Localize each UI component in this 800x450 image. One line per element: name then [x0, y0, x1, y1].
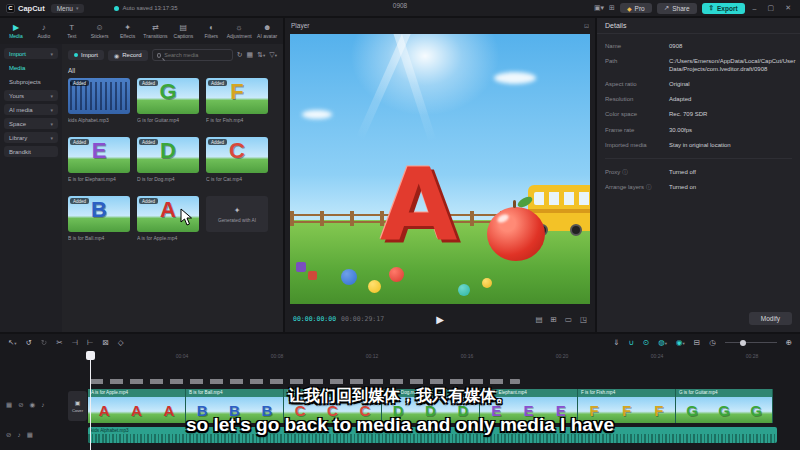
grid-view-icon[interactable]: ▦	[247, 51, 254, 59]
audio-waveform-toggle[interactable]: ◉▾	[676, 338, 685, 347]
import-button[interactable]: Import	[68, 50, 104, 60]
delete-left-icon[interactable]: ⊣	[71, 338, 78, 347]
tab-media[interactable]: ▶Media	[2, 23, 30, 39]
preview-axis-toggle[interactable]: ◍▾	[658, 338, 667, 347]
media-item-f[interactable]: AddedF F is for Fish.mp4	[206, 78, 268, 123]
sort-icon[interactable]: ⇅▾	[257, 51, 265, 59]
search-input[interactable]	[164, 52, 227, 58]
chevron-down-icon: ▾	[50, 107, 53, 113]
video-thumbnail[interactable]: AddedF	[206, 78, 268, 114]
pro-button[interactable]: ◆ Pro	[620, 3, 652, 13]
zoom-fit-icon[interactable]: ◷	[709, 338, 716, 347]
added-badge: Added	[208, 139, 227, 145]
tab-transitions[interactable]: ⇄Transitions	[142, 23, 170, 39]
tab-stickers[interactable]: ☺Stickers	[86, 23, 114, 39]
select-tool-icon[interactable]: ↖▾	[8, 338, 17, 347]
section-all-label: All	[68, 67, 277, 74]
redo-icon[interactable]: ↻	[41, 338, 47, 347]
split-icon[interactable]: ✂	[56, 338, 62, 347]
tab-filters[interactable]: ◐Filters	[197, 23, 225, 39]
added-badge: Added	[70, 80, 89, 86]
media-item-e[interactable]: AddedE E is for Elephant.mp4	[68, 137, 130, 182]
media-item-b[interactable]: AddedB B is for Ball.mp4	[68, 196, 130, 241]
timeline-ruler[interactable]: 00:04 00:08 00:12 00:16 00:20 00:24 00:2…	[0, 351, 800, 363]
video-thumbnail[interactable]: AddedG	[137, 78, 199, 114]
share-button[interactable]: ↗ Share	[657, 3, 697, 14]
toy-block	[308, 271, 317, 280]
play-button[interactable]: ▶	[436, 314, 444, 325]
menu-button[interactable]: Menu ▾	[51, 4, 85, 13]
playhead-handle[interactable]	[86, 351, 95, 360]
maximize-button[interactable]: ▢	[765, 4, 778, 12]
sidebar-item-space[interactable]: Space▾	[4, 118, 58, 129]
minimize-button[interactable]: –	[750, 5, 760, 12]
sidebar-item-ai-media[interactable]: AI media▾	[4, 104, 58, 115]
filter-icon[interactable]: ▽▾	[269, 51, 277, 59]
app-logo-label: CapCut	[18, 4, 45, 13]
player-title: Player	[291, 22, 309, 29]
zoom-slider-knob[interactable]	[740, 340, 746, 346]
export-button[interactable]: ⇧ Export	[702, 3, 745, 14]
sidebar-item-import[interactable]: Import▾	[4, 48, 58, 59]
audio-thumbnail[interactable]: Added	[68, 78, 130, 114]
details-title: Details	[597, 18, 800, 34]
tab-effects[interactable]: ✦Effects	[114, 23, 142, 39]
tab-audio[interactable]: ♪Audio	[30, 23, 58, 39]
sidebar-item-library[interactable]: Library▾	[4, 132, 58, 143]
video-thumbnail[interactable]: AddedB	[68, 196, 130, 232]
refresh-icon[interactable]: ↻	[237, 51, 243, 59]
search-box[interactable]	[152, 49, 233, 61]
media-item-c[interactable]: AddedC C is for Cat.mp4	[206, 137, 268, 182]
layout-switch-icon[interactable]: ▣▾	[594, 4, 604, 12]
modify-button[interactable]: Modify	[749, 312, 792, 325]
video-thumbnail[interactable]: AddedD	[137, 137, 199, 173]
media-item-d[interactable]: AddedD D is for Dog.mp4	[137, 137, 199, 182]
detail-row-proxy: ProxyⓘTurned off	[605, 168, 792, 176]
undo-icon[interactable]: ↺	[26, 338, 32, 347]
sidebar-item-brandkit[interactable]: Brandkit	[4, 146, 58, 157]
info-icon: ⓘ	[622, 169, 628, 175]
project-title: 0908	[393, 2, 407, 9]
linkage-toggle[interactable]: ⊙	[643, 338, 649, 347]
record-button[interactable]: ◉Record	[108, 50, 148, 61]
sidebar-item-yours[interactable]: Yours▾	[4, 90, 58, 101]
generate-ai-tile[interactable]: ✦ Generated with AI	[206, 196, 268, 241]
mouse-cursor	[180, 208, 193, 226]
chevron-down-icon: ▾	[50, 135, 53, 141]
zoom-in-icon[interactable]: ⊕	[786, 338, 792, 347]
sidebar-item-media[interactable]: Media	[4, 62, 58, 73]
effects-icon: ✦	[124, 23, 131, 32]
timeline-zoom-slider[interactable]	[725, 342, 777, 343]
delete-right-icon[interactable]: ⊢	[87, 338, 94, 347]
app-logo: C CapCut	[6, 4, 45, 13]
tab-text[interactable]: TText	[58, 23, 86, 39]
close-button[interactable]: ✕	[782, 4, 794, 12]
sun-glare	[350, 34, 500, 116]
media-item-audio[interactable]: Added kids Alphabet.mp3	[68, 78, 130, 123]
tab-captions[interactable]: ▤Captions	[169, 23, 197, 39]
keyframe-icon[interactable]: ◇	[118, 338, 124, 347]
video-thumbnail[interactable]: AddedE	[68, 137, 130, 173]
track-height-icon[interactable]: ⊟	[694, 338, 700, 347]
media-item-g[interactable]: AddedG G is for Guitar.mp4	[137, 78, 199, 123]
preview-quality-icon[interactable]: ▤	[535, 315, 542, 324]
panel-toggle-icon[interactable]: ⊞	[609, 4, 615, 12]
video-thumbnail[interactable]: AddedC	[206, 137, 268, 173]
import-dot-icon	[74, 53, 78, 57]
player-options-icon[interactable]: ⊡	[584, 22, 589, 29]
detail-row-frame-rate: Frame rate30.00fps	[605, 126, 792, 134]
fullscreen-icon[interactable]: ◳	[580, 315, 587, 324]
aspect-ratio-icon[interactable]: ▭	[565, 315, 572, 324]
chevron-down-icon: ▾	[50, 93, 53, 99]
tab-adjustment[interactable]: ☼Adjustment	[225, 23, 253, 39]
delete-icon[interactable]: ⊠	[103, 338, 109, 347]
filters-icon: ◐	[209, 23, 214, 32]
captions-track[interactable]	[90, 379, 520, 384]
tab-ai-avatar[interactable]: ☻AI avatar	[253, 23, 281, 39]
preview-scene: A	[290, 34, 590, 304]
magnet-snap-toggle[interactable]: ∪	[628, 338, 634, 347]
added-badge: Added	[139, 198, 158, 204]
import-to-timeline-icon[interactable]: ⇓	[613, 338, 619, 347]
mirror-preview-icon[interactable]: ⊞	[551, 315, 557, 324]
sidebar-item-subprojects[interactable]: Subprojects	[4, 76, 58, 87]
